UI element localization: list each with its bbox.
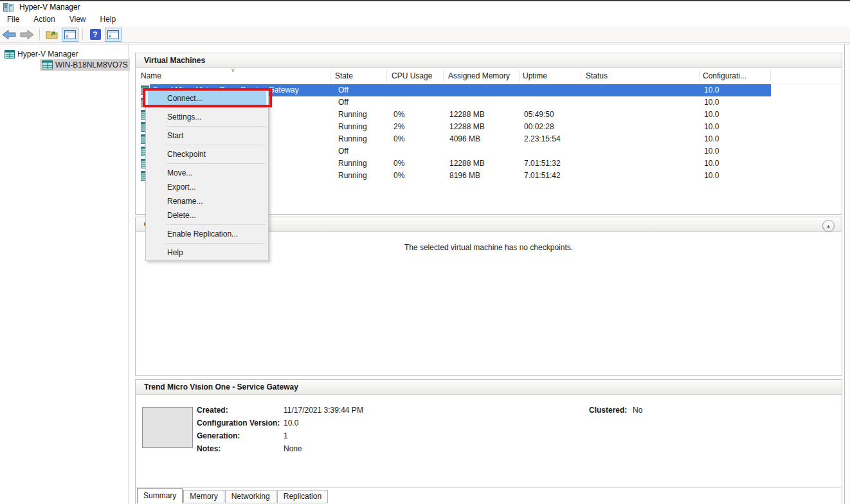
menu-item-move[interactable]: Move...: [146, 166, 268, 180]
menu-item-settings[interactable]: Settings...: [146, 110, 268, 124]
menu-separator: [166, 163, 266, 164]
vm-cell-state: Off: [338, 86, 348, 94]
menu-item-enable-replication[interactable]: Enable Replication...: [146, 227, 268, 241]
export-list-button[interactable]: [44, 28, 60, 42]
column-separator: [330, 70, 330, 82]
field-value: 1: [284, 431, 288, 440]
vm-cell-state: Running: [338, 134, 367, 143]
vm-cell-config: 10.0: [704, 171, 719, 180]
vm-cell-cpu: 0%: [393, 171, 404, 180]
vm-details-panel-header: Trend Micro Vision One - Service Gateway: [136, 380, 842, 395]
vm-cell-state: Running: [338, 171, 367, 180]
vm-cell-state: Running: [338, 110, 367, 119]
summary-field: Generation:1: [197, 429, 363, 442]
menubar-item-help[interactable]: Help: [93, 13, 123, 26]
tree-root-hyperv-manager[interactable]: Hyper-V Manager: [5, 48, 78, 60]
clustered-field: Clustered:No: [589, 404, 642, 417]
menu-item-start[interactable]: Start: [146, 129, 268, 143]
vm-cell-uptime: 00:02:28: [524, 122, 554, 131]
collapse-panel-button[interactable]: ▲: [822, 220, 835, 232]
vm-cell-memory: 12288 MB: [449, 110, 485, 119]
vm-cell-config: 10.0: [704, 159, 719, 168]
field-value: 10.0: [284, 419, 298, 428]
vm-cell-config: 10.0: [704, 86, 719, 94]
show-console-tree-button[interactable]: [62, 28, 78, 42]
menu-separator: [166, 107, 266, 108]
column-header-uptime[interactable]: Uptime: [523, 71, 547, 80]
menu-item-delete[interactable]: Delete...: [146, 208, 268, 222]
tab-memory[interactable]: Memory: [183, 490, 224, 503]
toolbar: ?: [0, 26, 850, 43]
vm-cell-memory: 4096 MB: [449, 134, 480, 143]
vm-cell-config: 10.0: [704, 122, 719, 131]
forward-button[interactable]: [19, 28, 35, 42]
field-label: Created:: [197, 404, 284, 417]
vm-thumbnail: [142, 407, 193, 448]
column-header-cpu[interactable]: CPU Usage: [392, 71, 432, 80]
field-value: None: [284, 444, 302, 453]
field-label: Configuration Version:: [197, 417, 284, 429]
vm-cell-memory: 8196 MB: [449, 171, 480, 180]
back-button[interactable]: [1, 28, 17, 42]
menu-separator: [166, 243, 266, 244]
vm-cell-config: 10.0: [704, 134, 719, 143]
summary-field: Configuration Version:10.0: [197, 417, 363, 429]
menu-bar: FileActionViewHelp: [0, 13, 850, 26]
field-label: Notes:: [197, 442, 284, 455]
tab-replication[interactable]: Replication: [277, 490, 328, 503]
column-header-status[interactable]: Status: [586, 71, 608, 80]
vm-summary-fields: Created:11/17/2021 3:39:44 PMConfigurati…: [197, 404, 363, 455]
column-separator: [699, 70, 700, 82]
vm-cell-state: Running: [338, 159, 367, 168]
menu-item-export[interactable]: Export...: [146, 180, 268, 194]
annotation-red-box: [143, 88, 272, 107]
column-header-name[interactable]: Name: [141, 71, 161, 80]
column-separator: [581, 70, 581, 82]
tree-item-label: WIN-B18NLM8VO7S: [55, 60, 128, 69]
back-icon: [2, 30, 16, 40]
tree-item-host[interactable]: WIN-B18NLM8VO7S: [40, 59, 130, 71]
menubar-item-view[interactable]: View: [62, 13, 93, 26]
column-header-memory[interactable]: Assigned Memory: [448, 71, 510, 80]
menu-item-rename[interactable]: Rename...: [146, 194, 268, 208]
summary-field: Notes:None: [197, 442, 363, 455]
vm-cell-state: Running: [338, 122, 367, 131]
summary-field: Created:11/17/2021 3:39:44 PM: [197, 404, 363, 417]
show-action-pane-icon: [107, 30, 119, 39]
column-separator: [386, 70, 387, 82]
vm-cell-uptime: 2.23:15:54: [524, 134, 561, 143]
collapse-arrow-icon: ▲: [826, 224, 831, 228]
tree-root-label: Hyper-V Manager: [17, 50, 78, 59]
forward-icon: [20, 30, 34, 40]
vm-cell-state: Off: [338, 147, 348, 156]
vm-cell-config: 10.0: [704, 98, 719, 107]
column-header-state[interactable]: State: [335, 71, 353, 80]
field-value: 11/17/2021 3:39:44 PM: [284, 406, 363, 415]
clustered-value: No: [633, 406, 642, 415]
show-action-pane-button[interactable]: [105, 28, 122, 42]
column-header-config[interactable]: Configurati...: [703, 71, 746, 80]
vm-cell-memory: 12288 MB: [449, 122, 485, 131]
console-tree: Hyper-V Manager WIN-B18NLM8VO7S: [0, 44, 129, 504]
host-server-icon: [42, 60, 53, 69]
menu-item-help[interactable]: Help: [146, 246, 268, 260]
toolbar-separator: [39, 29, 40, 40]
menubar-item-file[interactable]: File: [0, 13, 26, 26]
vm-cell-cpu: 0%: [393, 134, 404, 143]
menubar-item-action[interactable]: Action: [26, 13, 62, 26]
column-separator: [443, 70, 444, 82]
vm-details-panel: Trend Micro Vision One - Service Gateway…: [135, 379, 842, 504]
vm-cell-uptime: 7.01:51:42: [524, 171, 561, 180]
field-label: Generation:: [197, 429, 284, 442]
vm-cell-config: 10.0: [704, 147, 719, 156]
menu-separator: [166, 126, 266, 127]
vm-cell-cpu: 0%: [393, 159, 404, 168]
vm-cell-cpu: 0%: [393, 110, 404, 119]
help-button[interactable]: ?: [87, 28, 104, 42]
app-icon: [3, 3, 14, 12]
tab-summary[interactable]: Summary: [137, 488, 183, 503]
clustered-label: Clustered:: [589, 404, 633, 417]
menu-item-checkpoint[interactable]: Checkpoint: [146, 147, 268, 161]
export-icon: [46, 29, 59, 40]
tab-networking[interactable]: Networking: [225, 490, 276, 503]
